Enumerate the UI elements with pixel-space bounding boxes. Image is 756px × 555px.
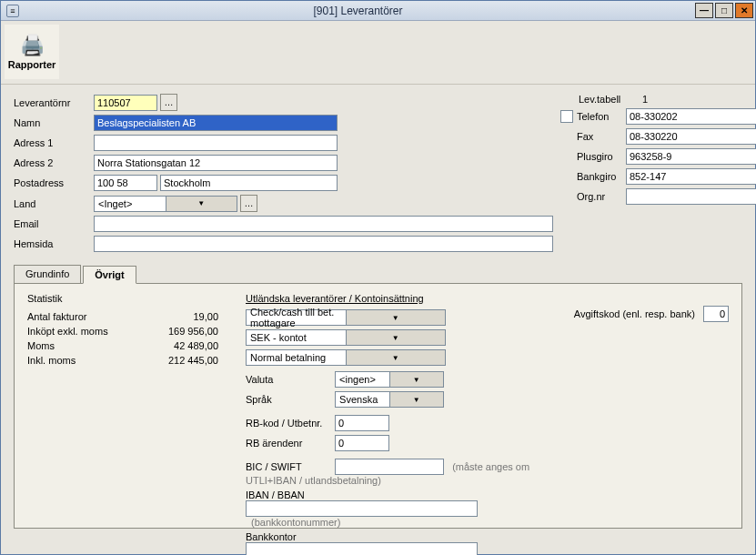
adress1-input[interactable] — [94, 135, 338, 151]
inkl-value: 212 445,00 — [136, 355, 218, 366]
maximize-button[interactable]: □ — [715, 3, 733, 18]
fax-label: Fax — [560, 131, 626, 142]
inkopt-value: 169 956,00 — [136, 326, 218, 337]
bankgiro-input[interactable] — [626, 168, 756, 185]
leverantornr-input[interactable] — [94, 95, 157, 111]
betalning-value: Normal betalning — [247, 352, 346, 363]
iban-input[interactable] — [246, 500, 478, 517]
land-lookup-button[interactable]: … — [240, 195, 257, 212]
rapporter-label: Rapporter — [8, 59, 56, 70]
window: ≡ [901] Leverantörer — □ ✕ 🖨️ Rapporter … — [0, 0, 756, 555]
inkopt-label: Inköpt exkl. moms — [27, 326, 136, 337]
utl-title: Utländska leverantörer / Kontoinsättning — [246, 293, 546, 304]
namn-label: Namn — [14, 117, 94, 128]
rbarende-label: RB ärendenr — [246, 438, 332, 449]
printer-icon: 🖨️ — [20, 34, 45, 57]
tab-strip: Grundinfo Övrigt — [14, 265, 742, 283]
minimize-button[interactable]: — — [695, 3, 713, 18]
window-title: [901] Leverantörer — [23, 5, 693, 17]
rbkod-label: RB-kod / Utbetnr. — [246, 418, 332, 429]
plusgiro-input[interactable] — [626, 148, 756, 165]
adress1-label: Adress 1 — [14, 137, 94, 148]
adress2-input[interactable] — [94, 155, 338, 171]
namn-input[interactable] — [94, 115, 338, 131]
antal-label: Antal fakturor — [27, 311, 136, 322]
bankgiro-label: Bankgiro — [560, 171, 626, 182]
tab-grundinfo[interactable]: Grundinfo — [14, 265, 81, 283]
sprak-value: Svenska — [336, 394, 389, 405]
fax-input[interactable] — [626, 128, 756, 145]
betal-mottagare-select[interactable]: Check/cash till bet. mottagare ▼ — [246, 309, 446, 326]
telefon-label: Telefon — [577, 111, 626, 122]
orgnr-input[interactable] — [626, 188, 756, 205]
chevron-down-icon: ▼ — [389, 392, 444, 407]
leverantornr-lookup-button[interactable]: … — [160, 94, 177, 111]
hemsida-label: Hemsida — [14, 238, 94, 249]
iban-hint: (bankkontonummer) — [251, 517, 340, 528]
betalning-select[interactable]: Normal betalning ▼ — [246, 349, 446, 366]
moms-value: 42 489,00 — [136, 340, 218, 351]
adress2-label: Adress 2 — [14, 157, 94, 168]
telefon-checkbox[interactable] — [560, 110, 573, 123]
postort-input[interactable] — [160, 175, 338, 191]
tab-panel-ovrigt: Statistik Antal fakturor 19,00 Inköpt ex… — [14, 283, 742, 529]
avgiftskod-label: Avgiftskod (enl. resp. bank) — [574, 308, 695, 319]
konto-value: SEK - kontot — [247, 332, 346, 343]
avgiftskod-input[interactable] — [703, 306, 729, 322]
inkl-label: Inkl. moms — [27, 355, 136, 366]
tab-ovrigt[interactable]: Övrigt — [83, 266, 136, 284]
valuta-value: <ingen> — [336, 374, 389, 385]
email-label: Email — [14, 218, 94, 229]
antal-value: 19,00 — [136, 311, 218, 322]
toolbar: 🖨️ Rapporter — [1, 21, 755, 85]
iban-label: IBAN / BBAN — [246, 489, 332, 500]
chevron-down-icon: ▼ — [166, 197, 237, 211]
levtabell-value: 1 — [642, 94, 648, 105]
telefon-input[interactable] — [626, 108, 756, 125]
land-label: Land — [14, 198, 94, 209]
system-menu-icon[interactable]: ≡ — [6, 5, 19, 17]
bankkontor-label: Bankkontor — [246, 531, 332, 542]
land-value: <Inget> — [95, 198, 166, 209]
rbarende-input[interactable] — [335, 435, 389, 451]
hemsida-input[interactable] — [94, 236, 553, 252]
close-button[interactable]: ✕ — [735, 3, 753, 18]
bankkontor-input[interactable] — [246, 542, 478, 555]
chevron-down-icon: ▼ — [346, 310, 446, 325]
titlebar: ≡ [901] Leverantörer — □ ✕ — [1, 1, 755, 21]
plusgiro-label: Plusgiro — [560, 151, 626, 162]
moms-stat-label: Moms — [27, 340, 136, 351]
leverantornr-label: Leverantörnr — [14, 97, 94, 108]
sprak-label: Språk — [246, 394, 332, 405]
orgnr-label: Org.nr — [560, 191, 626, 202]
valuta-select[interactable]: <ingen> ▼ — [335, 371, 444, 388]
chevron-down-icon: ▼ — [389, 372, 444, 387]
bic-input[interactable] — [335, 459, 444, 475]
bic-label: BIC / SWIFT — [246, 461, 332, 472]
chevron-down-icon: ▼ — [346, 330, 446, 345]
konto-select[interactable]: SEK - kontot ▼ — [246, 329, 446, 346]
email-input[interactable] — [94, 216, 553, 232]
statistik-title: Statistik — [27, 293, 246, 304]
chevron-down-icon: ▼ — [346, 350, 446, 365]
levtabell-label: Lev.tabell — [579, 94, 642, 105]
content-area: Leverantörnr … Namn Adress 1 Adress 2 — [1, 85, 755, 554]
valuta-label: Valuta — [246, 374, 332, 385]
rbkod-input[interactable] — [335, 415, 389, 431]
postnr-input[interactable] — [94, 175, 157, 191]
rapporter-button[interactable]: 🖨️ Rapporter — [5, 25, 59, 79]
betal-mottagare-value: Check/cash till bet. mottagare — [247, 307, 346, 328]
sprak-select[interactable]: Svenska ▼ — [335, 391, 444, 408]
land-select[interactable]: <Inget> ▼ — [94, 196, 237, 212]
postadress-label: Postadress — [14, 177, 94, 188]
